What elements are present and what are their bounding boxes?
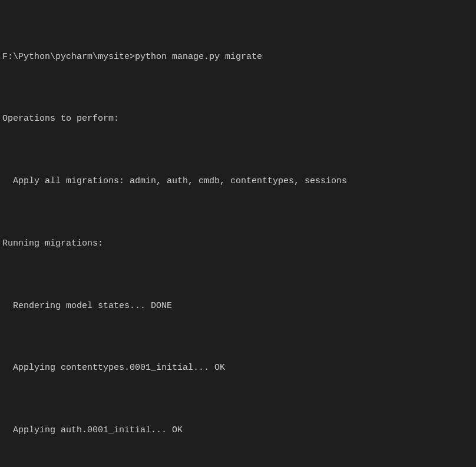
running-header: Running migrations:	[2, 233, 474, 254]
apply-all-line: Apply all migrations: admin, auth, cmdb,…	[2, 171, 474, 191]
migration-line: Applying contenttypes.0001_initial... OK	[2, 357, 474, 378]
operations-header: Operations to perform:	[2, 108, 474, 129]
terminal-output[interactable]: F:\Python\pycharm\mysite>python manage.p…	[2, 5, 474, 467]
command-line: F:\Python\pycharm\mysite>python manage.p…	[2, 47, 474, 67]
command-text: python manage.py migrate	[135, 52, 262, 62]
migration-line: Applying auth.0001_initial... OK	[2, 420, 474, 440]
prompt: F:\Python\pycharm\mysite>	[2, 52, 135, 62]
rendering-line: Rendering model states... DONE	[2, 296, 474, 316]
